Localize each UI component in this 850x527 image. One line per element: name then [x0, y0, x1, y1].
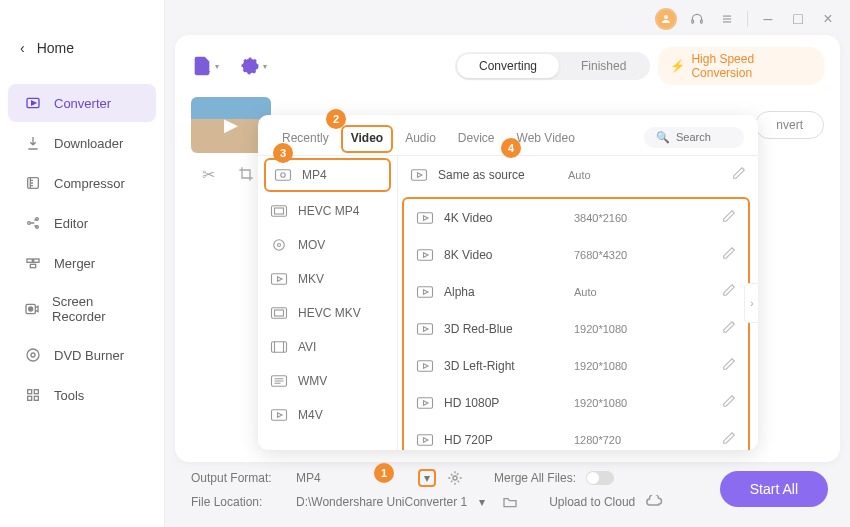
sidebar-item-compressor[interactable]: Compressor [8, 164, 156, 202]
format-panel: Recently Video Audio Device Web Video 🔍 … [258, 115, 758, 450]
sidebar-item-downloader[interactable]: Downloader [8, 124, 156, 162]
preset-icon [416, 285, 434, 299]
preset-edit-icon[interactable] [722, 246, 736, 263]
format-type-wmv[interactable]: WMV [258, 364, 397, 398]
collapse-panel-icon[interactable]: › [744, 283, 758, 323]
headset-icon[interactable] [687, 9, 707, 29]
preset-icon [416, 211, 434, 225]
format-type-avi[interactable]: AVI [258, 330, 397, 364]
close-button[interactable]: × [818, 9, 838, 29]
merge-label: Merge All Files: [494, 471, 576, 485]
edit-icon [24, 214, 42, 232]
sidebar-item-editor[interactable]: Editor [8, 204, 156, 242]
svg-rect-35 [272, 342, 287, 353]
format-tab-video[interactable]: Video [341, 125, 393, 153]
file-location-dropdown-icon[interactable]: ▾ [473, 493, 491, 511]
preset-name: Same as source [438, 168, 568, 182]
preset-icon [416, 396, 434, 410]
back-home[interactable]: ‹ Home [0, 30, 164, 66]
add-file-button[interactable]: + ▾ [191, 52, 219, 80]
sidebar-item-screen-recorder[interactable]: Screen Recorder [8, 284, 156, 334]
format-tab-device[interactable]: Device [448, 125, 505, 155]
svg-rect-47 [418, 286, 433, 297]
format-preset[interactable]: Alpha Auto [404, 273, 748, 310]
start-all-button[interactable]: Start All [720, 471, 828, 507]
preset-edit-icon[interactable] [732, 166, 746, 183]
sidebar-item-label: Converter [54, 96, 111, 111]
high-speed-conversion[interactable]: ⚡ High Speed Conversion [658, 47, 824, 85]
avatar[interactable] [655, 8, 677, 30]
format-preset[interactable]: HD 720P 1280*720 [404, 421, 748, 450]
sidebar-item-label: Compressor [54, 176, 125, 191]
crop-icon[interactable] [235, 163, 257, 185]
format-type-hevc-mkv[interactable]: HEVC MKV [258, 296, 397, 330]
compress-icon [24, 174, 42, 192]
format-preset[interactable]: 8K Video 7680*4320 [404, 236, 748, 273]
preset-resolution: 1920*1080 [574, 323, 627, 335]
titlebar: – □ × [655, 8, 838, 30]
preset-edit-icon[interactable] [722, 283, 736, 300]
preset-edit-icon[interactable] [722, 431, 736, 448]
format-preset[interactable]: 3D Left-Right 1920*1080 [404, 347, 748, 384]
sidebar-item-tools[interactable]: Tools [8, 376, 156, 414]
output-format-value: MP4 [296, 471, 321, 485]
settings-icon[interactable] [446, 469, 464, 487]
format-type-label: M4V [298, 408, 323, 422]
svg-point-16 [29, 307, 33, 311]
minimize-button[interactable]: – [758, 9, 778, 29]
preset-resolution: 7680*4320 [574, 249, 627, 261]
preset-name: 8K Video [444, 248, 574, 262]
video-file-icon [270, 306, 288, 320]
format-type-mp4[interactable]: MP4 [264, 158, 391, 192]
format-type-m4v[interactable]: M4V [258, 398, 397, 432]
format-preset[interactable]: HD 1080P 1920*1080 [404, 384, 748, 421]
format-type-hevc-mp4[interactable]: HEVC MP4 [258, 194, 397, 228]
sidebar-item-label: Tools [54, 388, 84, 403]
output-format-dropdown-icon[interactable]: ▾ [418, 469, 436, 487]
folder-open-icon[interactable] [501, 493, 519, 511]
format-preset[interactable]: Same as source Auto [398, 156, 758, 193]
menu-icon[interactable] [717, 9, 737, 29]
chevron-left-icon: ‹ [20, 40, 25, 56]
svg-marker-40 [278, 413, 283, 418]
file-location-select[interactable]: D:\Wondershare UniConverter 1 ▾ [296, 493, 491, 511]
sidebar-item-label: Screen Recorder [52, 294, 140, 324]
cloud-icon[interactable] [645, 493, 663, 511]
format-type-label: MKV [298, 272, 324, 286]
output-format-select[interactable]: MP4 ▾ [296, 469, 436, 487]
format-type-mov[interactable]: MOV [258, 228, 397, 262]
trim-icon[interactable]: ✂ [197, 163, 219, 185]
tools-icon [24, 386, 42, 404]
preset-name: Alpha [444, 285, 574, 299]
svg-point-17 [27, 349, 39, 361]
sidebar-item-merger[interactable]: Merger [8, 244, 156, 282]
format-type-mkv[interactable]: MKV [258, 262, 397, 296]
merge-toggle[interactable] [586, 471, 614, 485]
maximize-button[interactable]: □ [788, 9, 808, 29]
add-url-button[interactable]: ▾ [239, 52, 267, 80]
format-preset[interactable]: 4K Video 3840*2160 [404, 199, 748, 236]
svg-rect-51 [418, 360, 433, 371]
svg-marker-44 [424, 215, 429, 220]
preset-edit-icon[interactable] [722, 209, 736, 226]
format-preset[interactable]: 3D Red-Blue 1920*1080 [404, 310, 748, 347]
sidebar-item-dvd-burner[interactable]: DVD Burner [8, 336, 156, 374]
format-search[interactable]: 🔍 [644, 127, 744, 148]
tab-converting[interactable]: Converting [457, 54, 559, 78]
preset-edit-icon[interactable] [722, 394, 736, 411]
search-input[interactable] [676, 131, 736, 143]
svg-rect-33 [272, 308, 287, 319]
convert-button[interactable]: nvert [755, 111, 824, 139]
sidebar-item-converter[interactable]: Converter [8, 84, 156, 122]
tab-finished[interactable]: Finished [559, 54, 648, 78]
format-type-label: HEVC MP4 [298, 204, 359, 218]
svg-marker-50 [424, 326, 429, 331]
svg-rect-27 [272, 206, 287, 217]
format-tab-audio[interactable]: Audio [395, 125, 446, 155]
svg-marker-52 [424, 363, 429, 368]
upload-label: Upload to Cloud [549, 495, 635, 509]
preset-name: 4K Video [444, 211, 574, 225]
preset-edit-icon[interactable] [722, 320, 736, 337]
preset-edit-icon[interactable] [722, 357, 736, 374]
converter-icon [24, 94, 42, 112]
